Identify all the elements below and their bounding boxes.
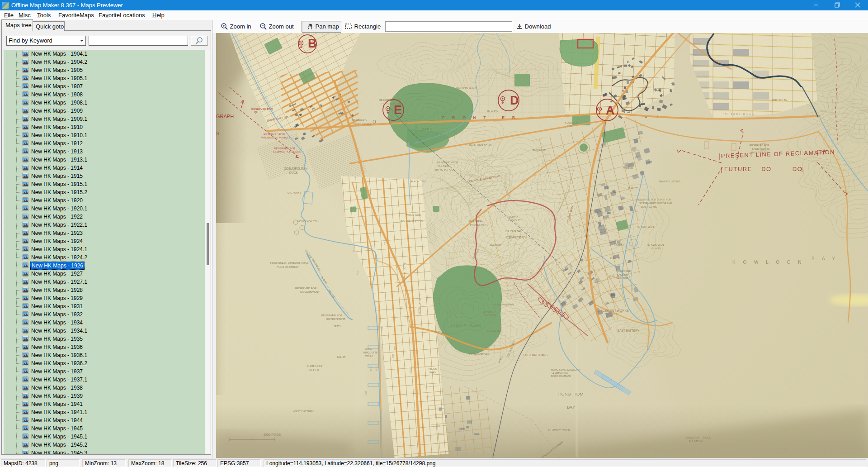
svg-text:K.M.L.55: K.M.L.55 [628, 187, 638, 190]
svg-text:ROMAN: ROMAN [509, 215, 519, 218]
svg-text:K.M.L.67: K.M.L.67 [614, 243, 624, 246]
svg-text:CENTRAL: CENTRAL [505, 229, 523, 233]
svg-text:1694: 1694 [400, 305, 402, 310]
svg-text:RESERVED FOR: RESERVED FOR [750, 144, 769, 147]
svg-text:QU: QU [254, 111, 258, 114]
svg-text:ISLAND: ISLAND [651, 247, 661, 250]
svg-text:RESERVED FOR: RESERVED FOR [264, 133, 285, 136]
svg-text:RESERVED FOR: RESERVED FOR [437, 161, 458, 164]
svg-text:1310: 1310 [407, 320, 410, 325]
svg-text:HUNG HOM: HUNG HOM [558, 391, 584, 396]
svg-text:SECTION: SECTION [490, 243, 500, 246]
svg-text:1444: 1444 [392, 355, 395, 360]
svg-text:CEMETERY: CEMETERY [506, 235, 527, 239]
svg-text:KINGS: KINGS [429, 367, 437, 370]
svg-text:GOVERNMENT: GOVERNMENT [300, 291, 320, 293]
svg-text:OBSERVATORY: OBSERVATORY [469, 353, 489, 356]
svg-text:SCAVENGERS MOTOR AND: SCAVENGERS MOTOR AND [639, 202, 672, 205]
svg-text:1398: 1398 [365, 391, 367, 396]
svg-text:1532: 1532 [375, 366, 377, 371]
svg-text:COSMOPOLITAN: COSMOPOLITAN [284, 167, 307, 170]
svg-text:WORK: WORK [365, 355, 373, 357]
svg-text:GRAPH: GRAPH [216, 114, 234, 119]
svg-text:RESERVED FOR: RESERVED FOR [274, 147, 296, 150]
svg-text:RESERVED: RESERVED [352, 119, 367, 122]
svg-text:M.L.45: M.L.45 [337, 356, 346, 358]
svg-text:RESERVED FOR: RESERVED FOR [295, 287, 317, 290]
svg-text:MA LUNG HUNG: MA LUNG HUNG [456, 87, 477, 90]
svg-text:MOHAMMEDAN: MOHAMMEDAN [494, 303, 514, 306]
svg-text:EUROPEAN: EUROPEAN [469, 220, 483, 223]
svg-text:PROPOSED HARBOUR ROAD: PROPOSED HARBOUR ROAD [270, 262, 309, 264]
svg-text:O L D: O L D [373, 119, 414, 124]
svg-text:GROUND: GROUND [484, 314, 496, 317]
svg-text:1343: 1343 [353, 247, 355, 252]
svg-text:DUST CARTS: DUST CARTS [641, 205, 657, 208]
svg-text:E: E [394, 103, 402, 117]
svg-text:B: B [308, 37, 317, 50]
svg-text:1636: 1636 [418, 308, 420, 313]
svg-text:CEMENT WORKS: CEMENT WORKS [603, 309, 629, 312]
svg-text:EAST BATTERY: EAST BATTERY [618, 329, 640, 332]
svg-text:POST OFFICE: POST OFFICE [354, 123, 372, 125]
svg-text:TUNG OA STREET: TUNG OA STREET [277, 266, 299, 268]
svg-text:TO KWA WAN: TO KWA WAN [637, 225, 654, 228]
svg-text:COAL: COAL [365, 348, 372, 350]
svg-text:S: S [216, 131, 219, 136]
svg-text:1483: 1483 [394, 345, 396, 350]
svg-text:1308: 1308 [383, 242, 386, 247]
svg-text:K O W L O O N: K O W L O O N [732, 260, 805, 265]
svg-text:PARK: PARK [429, 371, 437, 374]
svg-text:HONG KONG KOWLOON: HONG KONG KOWLOON [551, 368, 580, 371]
svg-text:TORPEDO: TORPEDO [307, 364, 322, 367]
svg-text:PAK HOK TAI: PAK HOK TAI [772, 99, 788, 101]
svg-text:KULSEAN: KULSEAN [438, 165, 450, 167]
svg-text:MONG KOK TSUI: MONG KOK TSUI [297, 220, 320, 223]
svg-text:DAU PUI LEONG: DAU PUI LEONG [659, 180, 680, 183]
svg-text:URNING: URNING [483, 310, 494, 313]
svg-text:RETAIL MARKET: RETAIL MARKET [382, 102, 403, 105]
svg-text:RESERVED FOR: RESERVED FOR [321, 314, 343, 317]
svg-text:KAU LUNG TONG: KAU LUNG TONG [469, 144, 492, 147]
svg-text:BOYS SCHOOL: BOYS SCHOOL [435, 168, 455, 171]
svg-text:KOWLOON: KOWLOON [565, 121, 578, 124]
svg-text:B A Y: B A Y [811, 256, 838, 261]
svg-text:PROPOSED: PROPOSED [616, 270, 632, 272]
svg-text:FUTURE DO DO: FUTURE DO DO [724, 166, 802, 172]
svg-text:R.A.DATUM: R.A.DATUM [689, 440, 703, 443]
svg-text:K.M.L.53: K.M.L.53 [609, 275, 619, 278]
svg-text:2000 YARDS: 2000 YARDS [264, 433, 281, 436]
svg-text:BOUNDARY: BOUNDARY [533, 148, 547, 151]
svg-text:F R O N T I E R: F R O N T I E R [442, 115, 518, 120]
svg-text:1307: 1307 [381, 325, 383, 330]
svg-text:RESERVED FOR: RESERVED FOR [251, 108, 273, 110]
svg-text:No 12 HILL: No 12 HILL [487, 329, 501, 332]
svg-text:DOCK COMPANY: DOCK COMPANY [551, 375, 571, 377]
svg-text:BRIQUETTE: BRIQUETTE [363, 351, 378, 354]
svg-text:RUMSEY ROCK: RUMSEY ROCK [548, 429, 571, 432]
svg-text:ROCK: ROCK [703, 436, 711, 439]
svg-text:PARK: PARK [422, 127, 433, 131]
svg-text:BAY: BAY [567, 405, 576, 410]
svg-text:KOWLOON: KOWLOON [686, 436, 699, 439]
svg-text:PROTESTANT: PROTESTANT [470, 224, 487, 226]
svg-text:LAND FOR PIG: LAND FOR PIG [752, 148, 770, 150]
svg-text:GOVERNMENT: GOVERNMENT [326, 318, 345, 320]
svg-text:DOCK: DOCK [289, 171, 298, 174]
svg-text:CITY: CITY [567, 125, 573, 128]
svg-text:K.M.L.52: K.M.L.52 [610, 257, 620, 260]
svg-text:OIL TANKS: OIL TANKS [288, 191, 302, 194]
svg-text:KING'S PARK: KING'S PARK [451, 324, 481, 328]
svg-text:IN CHAU: IN CHAU [487, 110, 499, 112]
svg-text:MONG KOK: MONG KOK [406, 214, 421, 216]
svg-text:1593: 1593 [426, 295, 429, 300]
svg-text:1675: 1675 [409, 368, 411, 373]
svg-text:JETTY: JETTY [334, 325, 341, 328]
svg-text:1516: 1516 [418, 294, 420, 299]
svg-text:WEST BATTERY: WEST BATTERY [293, 410, 314, 413]
svg-text:POLICE STATION: POLICE STATION [401, 220, 423, 223]
svg-text:DEPOT: DEPOT [309, 368, 320, 372]
svg-text:AI KOK TSUI: AI KOK TSUI [410, 180, 427, 183]
svg-text:RESERVED FOR: RESERVED FOR [379, 99, 401, 101]
svg-text:SEWAGE PURPOSES: SEWAGE PURPOSES [273, 150, 301, 153]
